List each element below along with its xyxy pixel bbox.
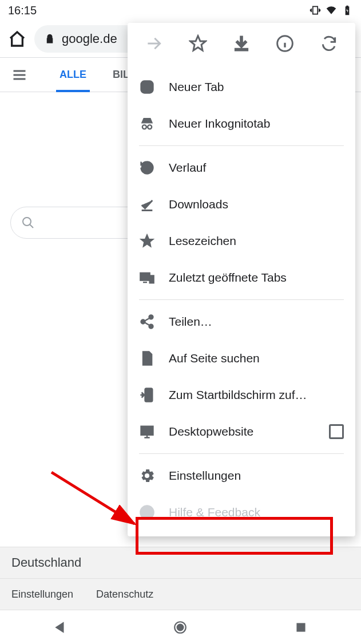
- footer-country: Deutschland: [0, 547, 361, 579]
- wifi-icon: [326, 5, 337, 16]
- svg-point-4: [148, 125, 152, 129]
- menu-divider: [139, 453, 344, 454]
- svg-point-0: [23, 218, 31, 226]
- menu-item-label: Zum Startbildschirm zuf…: [169, 388, 344, 402]
- android-navbar: [0, 610, 361, 644]
- menu-recent-tabs[interactable]: Zuletzt geöffnete Tabs: [128, 259, 355, 296]
- menu-item-label: Verlauf: [169, 161, 344, 175]
- devices-icon: [139, 270, 155, 286]
- menu-item-label: Neuer Tab: [169, 80, 344, 94]
- omnibox-url: google.de: [62, 31, 117, 46]
- lock-icon: [45, 34, 55, 44]
- menu-item-label: Zuletzt geöffnete Tabs: [169, 271, 344, 285]
- menu-new-tab[interactable]: Neuer Tab: [128, 69, 355, 105]
- svg-rect-5: [140, 273, 149, 280]
- info-icon[interactable]: [276, 34, 294, 53]
- refresh-icon[interactable]: [320, 34, 338, 53]
- menu-add-homescreen[interactable]: Zum Startbildschirm zuf…: [128, 377, 355, 413]
- download-icon[interactable]: [232, 34, 251, 53]
- menu-item-label: Einstellungen: [169, 469, 344, 483]
- menu-divider: [139, 145, 344, 146]
- tab-all[interactable]: ALLE: [56, 60, 90, 92]
- svg-point-16: [177, 623, 184, 631]
- gear-icon: [139, 468, 155, 484]
- share-icon: [139, 314, 155, 330]
- menu-desktop-site[interactable]: Desktopwebsite: [128, 413, 355, 450]
- footer-settings[interactable]: Einstellungen: [11, 588, 73, 600]
- overflow-menu: Neuer Tab Neuer Inkognitotab Verlauf Dow…: [128, 23, 355, 536]
- vibrate-icon: [310, 5, 321, 16]
- footer-links: Einstellungen Datenschutz: [0, 579, 361, 610]
- nav-back-icon[interactable]: [53, 620, 68, 635]
- menu-divider: [139, 299, 344, 300]
- battery-icon: [342, 5, 353, 16]
- menu-downloads[interactable]: Downloads: [128, 186, 355, 223]
- search-icon: [21, 216, 35, 230]
- menu-icon[interactable]: [11, 67, 27, 83]
- find-in-page-icon: [139, 350, 155, 366]
- svg-point-7: [149, 315, 153, 319]
- menu-item-label: Desktopwebsite: [169, 425, 315, 438]
- menu-icon-row: [128, 23, 355, 64]
- desktop-site-checkbox[interactable]: [329, 424, 344, 439]
- menu-item-label: Auf Seite suchen: [169, 351, 344, 365]
- menu-share[interactable]: Teilen…: [128, 303, 355, 340]
- status-bar: 16:15: [0, 0, 361, 21]
- plus-box-icon: [139, 79, 155, 95]
- help-icon: [139, 504, 155, 520]
- menu-incognito[interactable]: Neuer Inkognitotab: [128, 105, 355, 142]
- menu-item-label: Lesezeichen: [169, 234, 344, 248]
- menu-item-label: Neuer Inkognitotab: [169, 117, 344, 131]
- menu-item-label: Downloads: [169, 197, 344, 211]
- nav-recent-icon[interactable]: [293, 620, 308, 635]
- menu-help[interactable]: Hilfe & Feedback: [128, 494, 355, 531]
- desktop-icon: [139, 424, 155, 440]
- footer-privacy[interactable]: Datenschutz: [96, 588, 153, 600]
- svg-rect-11: [145, 388, 153, 401]
- incognito-icon: [139, 116, 155, 132]
- menu-find[interactable]: Auf Seite suchen: [128, 340, 355, 377]
- check-underline-icon: [139, 196, 155, 212]
- status-icons: [310, 5, 353, 16]
- svg-rect-6: [150, 276, 154, 283]
- history-icon: [139, 160, 155, 176]
- menu-item-label: Teilen…: [169, 315, 344, 329]
- star-icon[interactable]: [189, 34, 207, 53]
- svg-point-9: [149, 325, 153, 329]
- svg-point-8: [141, 320, 145, 324]
- forward-icon: [145, 34, 163, 53]
- status-time: 16:15: [8, 4, 37, 17]
- star-filled-icon: [139, 233, 155, 249]
- menu-bookmarks[interactable]: Lesezeichen: [128, 223, 355, 259]
- menu-item-label: Hilfe & Feedback: [169, 505, 344, 519]
- add-homescreen-icon: [139, 387, 155, 403]
- menu-history[interactable]: Verlauf: [128, 149, 355, 186]
- nav-home-icon[interactable]: [173, 620, 188, 635]
- home-icon[interactable]: [8, 30, 26, 48]
- svg-rect-12: [141, 426, 153, 435]
- svg-point-3: [142, 125, 146, 129]
- svg-rect-17: [296, 623, 305, 631]
- menu-settings[interactable]: Einstellungen: [128, 457, 355, 494]
